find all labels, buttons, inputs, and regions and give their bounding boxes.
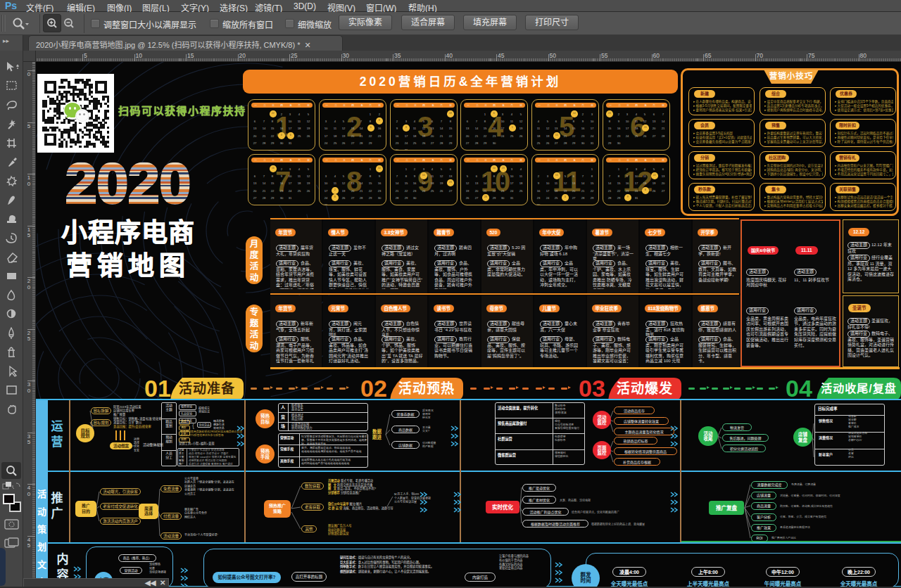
svg-text:2020: 2020 bbox=[65, 152, 191, 215]
